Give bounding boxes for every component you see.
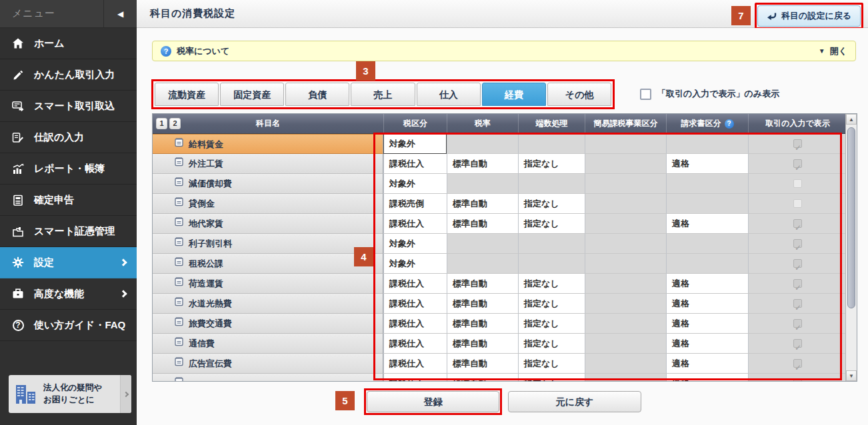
cell-invoice[interactable] xyxy=(666,194,748,214)
cell-invoice[interactable]: 適格 xyxy=(666,214,748,234)
cell-tax-rate[interactable]: 標準自動 xyxy=(447,374,518,382)
back-to-account-settings-button[interactable]: 科目の設定に戻る xyxy=(757,5,861,27)
page-2-button[interactable]: 2 xyxy=(169,118,181,129)
sidebar-item-home[interactable]: ホーム xyxy=(0,28,137,59)
cell-invoice[interactable] xyxy=(666,254,748,274)
cell-simple-tax[interactable] xyxy=(585,194,666,214)
revert-button[interactable]: 元に戻す xyxy=(508,391,641,412)
cell-tax-rate[interactable] xyxy=(447,134,518,154)
scrollbar-thumb[interactable] xyxy=(847,127,855,308)
cell-rounding[interactable] xyxy=(518,254,585,274)
cell-rounding[interactable]: 指定なし xyxy=(518,294,585,314)
table-row[interactable]: 貸倒金 課税売倒 標準自動 指定なし xyxy=(153,194,847,214)
tab-others[interactable]: その他 xyxy=(547,83,611,106)
sidebar-item-guide-faq[interactable]: ? 使い方ガイド・FAQ xyxy=(0,310,137,341)
cell-tax-class[interactable]: 課税仕入 xyxy=(383,214,447,234)
cell-invoice[interactable]: 適格 xyxy=(666,374,748,382)
info-bar-open-toggle[interactable]: ▼ 開く xyxy=(819,45,847,57)
scroll-up-arrow[interactable]: ▲ xyxy=(846,114,857,125)
cell-tax-rate[interactable]: 標準自動 xyxy=(447,294,518,314)
cell-tax-rate[interactable]: 標準自動 xyxy=(447,214,518,234)
sidebar-item-settings[interactable]: 設定 xyxy=(0,247,137,278)
cell-tax-class[interactable]: 課税仕入 xyxy=(383,314,447,334)
table-row-partial[interactable]: 課税仕入 標準自動 指定なし 適格 xyxy=(153,374,847,382)
table-row[interactable]: 旅費交通費 課税仕入 標準自動 指定なし 適格 xyxy=(153,314,847,334)
cell-invoice[interactable] xyxy=(666,134,748,154)
cell-tax-rate[interactable]: 標準自動 xyxy=(447,334,518,354)
cell-invoice[interactable]: 適格 xyxy=(666,354,748,374)
cell-tax-rate[interactable]: 標準自動 xyxy=(447,274,518,294)
table-row[interactable]: 減価償却費 対象外 xyxy=(153,174,847,194)
tab-purchases[interactable]: 仕入 xyxy=(417,83,481,106)
cell-simple-tax[interactable] xyxy=(585,274,666,294)
register-button[interactable]: 登録 xyxy=(367,391,499,412)
cell-simple-tax[interactable] xyxy=(585,254,666,274)
cell-simple-tax[interactable] xyxy=(585,154,666,174)
cell-simple-tax[interactable] xyxy=(585,174,666,194)
cell-tax-class[interactable]: 課税仕入 xyxy=(383,334,447,354)
cell-rounding[interactable]: 指定なし xyxy=(518,374,585,382)
sidebar-item-smart-import[interactable]: スマート取引取込 xyxy=(0,91,137,122)
cell-tax-class[interactable]: 課税仕入 xyxy=(383,374,447,382)
cell-tax-class[interactable]: 課税仕入 xyxy=(383,154,447,174)
table-row[interactable]: 通信費 課税仕入 標準自動 指定なし 適格 xyxy=(153,334,847,354)
sidebar-item-evidence-management[interactable]: スマート証憑管理 xyxy=(0,216,137,247)
promo-banner[interactable]: 法人化の疑問や お困りごとに xyxy=(9,375,131,413)
tax-rate-info-bar[interactable]: ? 税率について ▼ 開く xyxy=(152,41,856,61)
cell-invoice[interactable] xyxy=(666,174,748,194)
table-row[interactable]: 外注工賃 課税仕入 標準自動 指定なし 適格 xyxy=(153,154,847,174)
cell-tax-rate[interactable] xyxy=(447,254,518,274)
cell-rounding[interactable]: 指定なし xyxy=(518,334,585,354)
cell-rounding[interactable]: 指定なし xyxy=(518,214,585,234)
table-row[interactable]: 水道光熱費 課税仕入 標準自動 指定なし 適格 xyxy=(153,294,847,314)
table-row[interactable]: 地代家賃 課税仕入 標準自動 指定なし 適格 xyxy=(153,214,847,234)
cell-rounding[interactable]: 指定なし xyxy=(518,314,585,334)
cell-rounding[interactable]: 指定なし xyxy=(518,354,585,374)
cell-invoice[interactable]: 適格 xyxy=(666,334,748,354)
cell-rounding[interactable]: 指定なし xyxy=(518,194,585,214)
table-row[interactable]: 給料賃金 対象外 xyxy=(153,134,847,154)
cell-invoice[interactable] xyxy=(666,234,748,254)
sidebar-collapse-button[interactable]: ◀ xyxy=(103,0,137,28)
tab-current-assets[interactable]: 流動資産 xyxy=(155,83,219,106)
filter-checkbox[interactable] xyxy=(640,89,651,100)
sidebar-item-journal-entry[interactable]: 仕訳の入力 xyxy=(0,122,137,153)
cell-tax-rate[interactable]: 標準自動 xyxy=(447,154,518,174)
cell-simple-tax[interactable] xyxy=(585,214,666,234)
cell-tax-class[interactable]: 対象外 xyxy=(383,134,447,154)
tab-fixed-assets[interactable]: 固定資産 xyxy=(220,83,284,106)
cell-tax-rate[interactable]: 標準自動 xyxy=(447,194,518,214)
cell-tax-class[interactable]: 対象外 xyxy=(383,254,447,274)
cell-invoice[interactable]: 適格 xyxy=(666,314,748,334)
cell-rounding[interactable]: 指定なし xyxy=(518,154,585,174)
tab-sales[interactable]: 売上 xyxy=(351,83,415,106)
table-row[interactable]: 利子割引料 対象外 xyxy=(153,234,847,254)
show-only-filter[interactable]: 「取引の入力で表示」のみ表示 xyxy=(640,88,779,100)
help-icon[interactable]: ? xyxy=(725,119,734,129)
cell-rounding[interactable]: 指定なし xyxy=(518,274,585,294)
cell-tax-rate[interactable]: 標準自動 xyxy=(447,354,518,374)
cell-tax-rate[interactable] xyxy=(447,234,518,254)
cell-tax-rate[interactable]: 標準自動 xyxy=(447,314,518,334)
cell-simple-tax[interactable] xyxy=(585,374,666,382)
cell-tax-class[interactable]: 対象外 xyxy=(383,174,447,194)
table-row[interactable]: 広告宣伝費 課税仕入 標準自動 指定なし 適格 xyxy=(153,354,847,374)
cell-simple-tax[interactable] xyxy=(585,314,666,334)
sidebar-item-tax-return[interactable]: 確定申告 xyxy=(0,185,137,216)
sidebar-item-easy-entry[interactable]: かんたん取引入力 xyxy=(0,59,137,91)
cell-tax-class[interactable]: 課税仕入 xyxy=(383,274,447,294)
sidebar-item-advanced-features[interactable]: 高度な機能 xyxy=(0,278,137,310)
table-row[interactable]: 荷造運賃 課税仕入 標準自動 指定なし 適格 xyxy=(153,274,847,294)
table-row[interactable]: 租税公課 対象外 xyxy=(153,254,847,274)
cell-tax-class[interactable]: 対象外 xyxy=(383,234,447,254)
sidebar-item-reports[interactable]: レポート・帳簿 xyxy=(0,153,137,185)
cell-tax-class[interactable]: 課税仕入 xyxy=(383,294,447,314)
cell-invoice[interactable]: 適格 xyxy=(666,274,748,294)
cell-rounding[interactable] xyxy=(518,234,585,254)
cell-simple-tax[interactable] xyxy=(585,234,666,254)
cell-tax-class[interactable]: 課税売倒 xyxy=(383,194,447,214)
cell-simple-tax[interactable] xyxy=(585,334,666,354)
cell-tax-rate[interactable] xyxy=(447,174,518,194)
tab-expenses[interactable]: 経費 xyxy=(482,83,546,106)
cell-tax-class[interactable]: 課税仕入 xyxy=(383,354,447,374)
